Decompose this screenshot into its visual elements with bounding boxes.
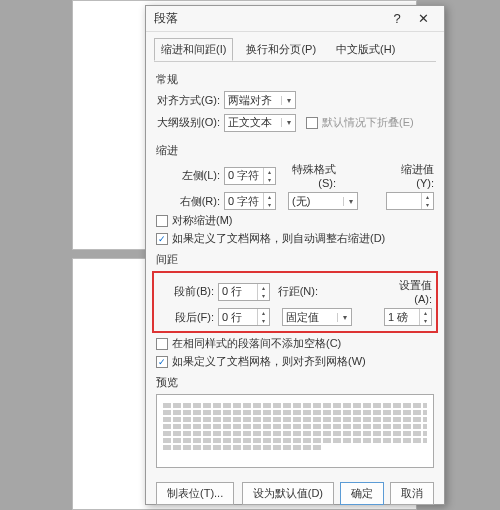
chevron-down-icon: ▾ xyxy=(337,313,351,322)
tab-line-page-breaks[interactable]: 换行和分页(P) xyxy=(239,38,323,61)
space-after-spinner[interactable]: 0 行▴▾ xyxy=(218,308,270,326)
alignment-dropdown[interactable]: 两端对齐▾ xyxy=(224,91,296,109)
ok-button[interactable]: 确定 xyxy=(340,482,384,505)
no-space-same-style-label: 在相同样式的段落间不添加空格(C) xyxy=(172,336,341,351)
section-preview: 预览 xyxy=(156,375,434,390)
space-before-label: 段前(B): xyxy=(158,284,214,299)
tabs-button[interactable]: 制表位(T)... xyxy=(156,482,234,505)
snap-to-grid-checkbox[interactable]: ✓ xyxy=(156,356,168,368)
outline-level-dropdown[interactable]: 正文文本▾ xyxy=(224,114,296,132)
section-general: 常规 xyxy=(156,72,434,87)
paragraph-dialog: 段落 ? ✕ 缩进和间距(I) 换行和分页(P) 中文版式(H) 常规 对齐方式… xyxy=(145,5,445,505)
at-label: 设置值(A): xyxy=(382,278,432,305)
space-after-label: 段后(F): xyxy=(158,310,214,325)
alignment-label: 对齐方式(G): xyxy=(156,93,220,108)
mirror-indent-checkbox[interactable] xyxy=(156,215,168,227)
indent-right-spinner[interactable]: 0 字符▴▾ xyxy=(224,192,276,210)
set-default-button[interactable]: 设为默认值(D) xyxy=(242,482,334,505)
snap-to-grid-label: 如果定义了文档网格，则对齐到网格(W) xyxy=(172,354,366,369)
auto-adjust-indent-label: 如果定义了文档网格，则自动调整右缩进(D) xyxy=(172,231,385,246)
space-before-spinner[interactable]: 0 行▴▾ xyxy=(218,283,270,301)
tab-asian-typography[interactable]: 中文版式(H) xyxy=(329,38,402,61)
indent-right-label: 右侧(R): xyxy=(156,194,220,209)
mirror-indent-label: 对称缩进(M) xyxy=(172,213,233,228)
indent-left-label: 左侧(L): xyxy=(156,168,220,183)
cancel-button[interactable]: 取消 xyxy=(390,482,434,505)
collapse-checkbox[interactable] xyxy=(306,117,318,129)
tab-indent-spacing[interactable]: 缩进和间距(I) xyxy=(154,38,233,61)
auto-adjust-indent-checkbox[interactable]: ✓ xyxy=(156,233,168,245)
help-button[interactable]: ? xyxy=(384,11,410,26)
special-format-dropdown[interactable]: (无)▾ xyxy=(288,192,358,210)
dialog-title: 段落 xyxy=(154,10,384,27)
chevron-down-icon: ▾ xyxy=(281,118,295,127)
indent-left-spinner[interactable]: 0 字符▴▾ xyxy=(224,167,276,185)
indent-by-label: 缩进值(Y): xyxy=(386,162,434,189)
collapse-label: 默认情况下折叠(E) xyxy=(322,115,414,130)
chevron-down-icon: ▾ xyxy=(281,96,295,105)
section-spacing: 间距 xyxy=(156,252,434,267)
outline-level-label: 大纲级别(O): xyxy=(156,115,220,130)
special-format-label: 特殊格式(S): xyxy=(280,162,336,189)
no-space-same-style-checkbox[interactable] xyxy=(156,338,168,350)
line-spacing-label: 行距(N): xyxy=(274,284,318,299)
close-button[interactable]: ✕ xyxy=(410,11,436,26)
at-value-spinner[interactable]: 1 磅▴▾ xyxy=(384,308,432,326)
line-spacing-dropdown[interactable]: 固定值▾ xyxy=(282,308,352,326)
highlighted-spacing-area: 段前(B): 0 行▴▾ 行距(N): 设置值(A): 段后(F): 0 行▴▾… xyxy=(152,271,438,333)
indent-by-spinner[interactable]: ▴▾ xyxy=(386,192,434,210)
preview-pane xyxy=(156,394,434,468)
chevron-down-icon: ▾ xyxy=(343,197,357,206)
section-indent: 缩进 xyxy=(156,143,434,158)
